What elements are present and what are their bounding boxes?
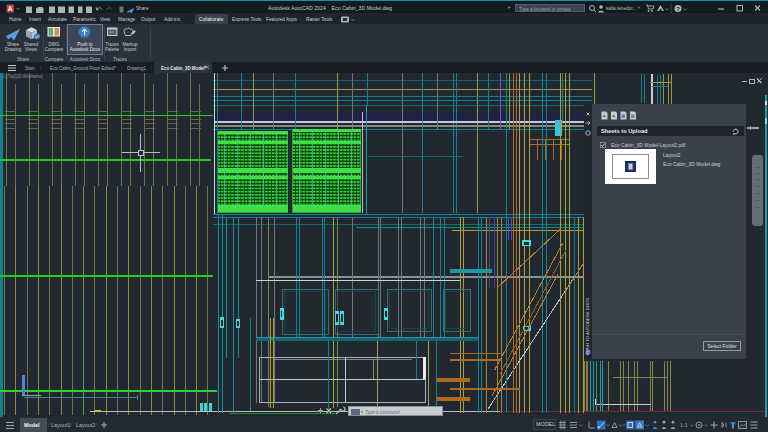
svg-text:1:1: 1:1 xyxy=(680,422,688,428)
svg-text:?: ? xyxy=(676,6,680,12)
svg-text:A: A xyxy=(8,5,13,12)
